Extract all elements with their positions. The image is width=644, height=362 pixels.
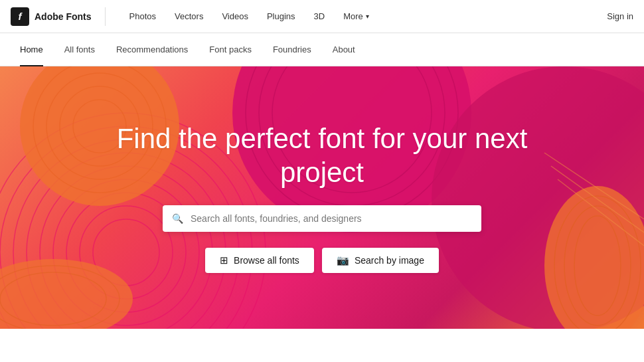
svg-point-8 [93, 219, 159, 286]
font-search-input[interactable] [163, 205, 481, 232]
chevron-down-icon: ▾ [366, 13, 369, 20]
svg-point-19 [544, 186, 644, 329]
subnav-recommendations[interactable]: Recommendations [107, 39, 197, 60]
svg-line-23 [544, 153, 644, 219]
nav-more-dropdown[interactable]: More ▾ [335, 7, 377, 25]
svg-point-27 [0, 266, 120, 329]
adobe-fonts-logo-icon: f [11, 7, 29, 26]
svg-point-28 [0, 272, 106, 325]
svg-point-20 [554, 196, 641, 329]
nav-3d[interactable]: 3D [306, 7, 333, 25]
subnav-home[interactable]: Home [11, 39, 52, 60]
svg-point-26 [0, 259, 133, 329]
subnav-font-packs[interactable]: Font packs [200, 39, 261, 60]
nav-videos[interactable]: Videos [214, 7, 256, 25]
top-nav-links: Photos Vectors Videos Plugins 3D More ▾ [121, 7, 607, 25]
subnav-all-fonts[interactable]: All fonts [55, 39, 104, 60]
sign-in-button[interactable]: Sign in [607, 11, 633, 21]
subnav-about[interactable]: About [323, 39, 364, 60]
browse-all-fonts-button[interactable]: ⊞ Browse all fonts [205, 248, 314, 273]
sub-navigation: Home All fonts Recommendations Font pack… [0, 33, 644, 66]
svg-line-24 [551, 166, 644, 232]
hero-action-buttons: ⊞ Browse all fonts 📷 Search by image [205, 248, 439, 273]
svg-line-25 [558, 179, 644, 246]
top-navigation: f Adobe Fonts Photos Vectors Videos Plug… [0, 0, 644, 33]
svg-point-5 [53, 179, 199, 325]
search-by-image-button[interactable]: 📷 Search by image [322, 248, 439, 273]
hero-search-bar: 🔍 [163, 205, 481, 232]
brand-name: Adobe Fonts [35, 11, 92, 22]
svg-point-18 [432, 66, 644, 329]
binoculars-icon: ⊞ [220, 254, 228, 266]
subnav-foundries[interactable]: Foundries [264, 39, 321, 60]
svg-point-7 [80, 206, 173, 299]
svg-point-4 [40, 166, 212, 329]
nav-plugins[interactable]: Plugins [259, 7, 303, 25]
nav-vectors[interactable]: Vectors [167, 7, 211, 25]
nav-photos[interactable]: Photos [121, 7, 164, 25]
hero-title: Find the perfect font for your next proj… [116, 122, 528, 189]
svg-point-22 [574, 216, 621, 316]
brand-logo-link[interactable]: f Adobe Fonts [11, 7, 106, 26]
hero-background [0, 66, 644, 329]
hero-section: Find the perfect font for your next proj… [0, 66, 644, 329]
svg-point-21 [564, 206, 631, 325]
camera-icon: 📷 [337, 254, 349, 266]
